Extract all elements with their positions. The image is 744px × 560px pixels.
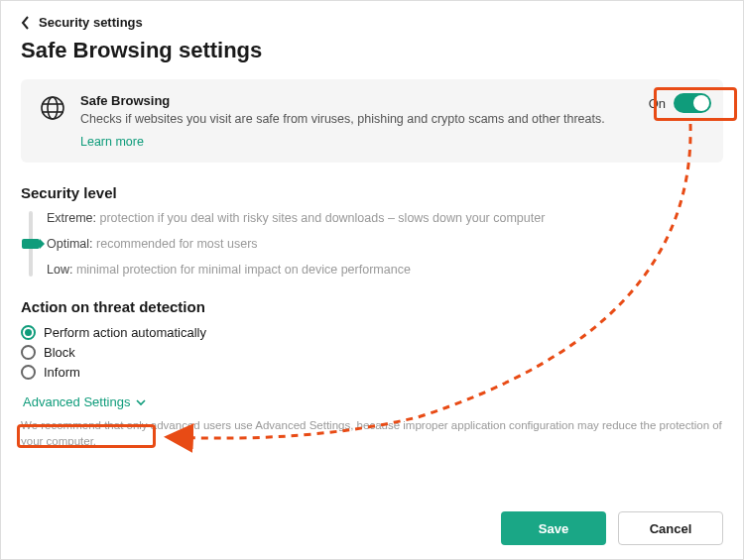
radio-icon xyxy=(21,325,36,340)
advanced-settings-toggle[interactable]: Advanced Settings xyxy=(21,392,148,411)
radio-label: Block xyxy=(44,345,75,360)
breadcrumb-label: Security settings xyxy=(39,15,143,30)
advanced-settings-label: Advanced Settings xyxy=(23,394,130,409)
threat-action-option[interactable]: Inform xyxy=(21,365,723,380)
chevron-down-icon xyxy=(136,397,146,407)
radio-icon xyxy=(21,345,36,360)
breadcrumb-back[interactable]: Security settings xyxy=(21,15,723,30)
threat-action-option[interactable]: Perform action automatically xyxy=(21,325,723,340)
chevron-left-icon xyxy=(21,16,31,30)
threat-action-option[interactable]: Block xyxy=(21,345,723,360)
save-button[interactable]: Save xyxy=(501,511,606,545)
safe-browsing-card: Safe Browsing Checks if websites you vis… xyxy=(21,79,723,163)
globe-icon xyxy=(39,93,66,121)
card-desc: Checks if websites you visit are safe fr… xyxy=(80,112,705,126)
security-level-heading: Security level xyxy=(21,184,723,201)
card-title: Safe Browsing xyxy=(80,93,705,108)
learn-more-link[interactable]: Learn more xyxy=(80,135,144,149)
security-level-option[interactable]: Extreme: protection if you deal with ris… xyxy=(47,211,545,225)
threat-action-heading: Action on threat detection xyxy=(21,298,723,315)
radio-label: Inform xyxy=(44,365,80,380)
svg-point-1 xyxy=(48,97,58,119)
cancel-button[interactable]: Cancel xyxy=(618,511,723,545)
security-level-option[interactable]: Low: minimal protection for minimal impa… xyxy=(47,263,545,277)
safe-browsing-toggle[interactable] xyxy=(674,93,711,113)
security-level-option[interactable]: Optimal: recommended for most users xyxy=(47,237,545,251)
advanced-note: We recommend that only advanced users us… xyxy=(21,417,723,449)
page-title: Safe Browsing settings xyxy=(21,38,723,63)
security-level-slider[interactable]: Extreme: protection if you deal with ris… xyxy=(21,211,723,277)
toggle-state-label: On xyxy=(649,96,666,111)
radio-label: Perform action automatically xyxy=(44,325,206,340)
radio-icon xyxy=(21,365,36,380)
svg-point-0 xyxy=(42,97,63,119)
